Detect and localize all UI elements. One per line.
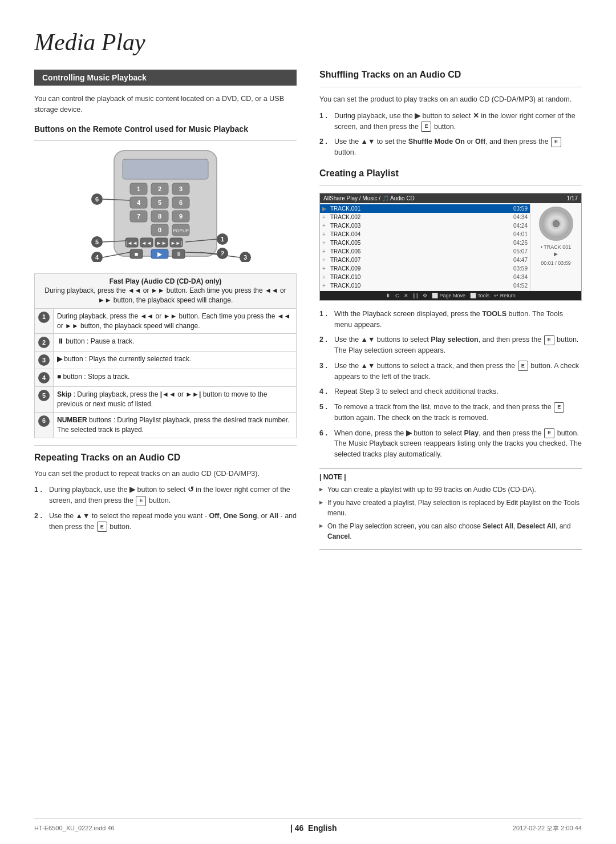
svg-text:1: 1 <box>137 185 140 192</box>
svg-text:3: 3 <box>179 185 183 192</box>
divider-3 <box>319 87 582 87</box>
shuffle-intro: You can set the product to play tracks o… <box>319 94 582 105</box>
btn3-circle: 3 <box>38 354 50 366</box>
note-box: | NOTE | You can create a playlist with … <box>319 468 582 550</box>
playlist-step-1: 1 . With the Playback screen displayed, … <box>319 309 582 330</box>
shuffle-steps-list: 1 . During playback, use the ▶ button to… <box>319 111 582 158</box>
playlist-step-3: 3 . Use the ▲▼ buttons to select a track… <box>319 361 582 382</box>
svg-text:6: 6 <box>179 199 183 206</box>
playlist-track-003: + TRACK.003 04:24 <box>320 221 530 230</box>
playlist-track-005: + TRACK.005 04:26 <box>320 239 530 247</box>
svg-text:POPUP: POPUP <box>173 228 189 233</box>
enter-btn-pl-3: E <box>554 402 564 413</box>
svg-text:9: 9 <box>179 213 183 220</box>
playlist-steps-list: 1 . With the Playback screen displayed, … <box>319 309 582 460</box>
playlist-step-2: 2 . Use the ▲▼ buttons to select Play se… <box>319 334 582 356</box>
note-list: You can create a playlist with up to 99 … <box>319 484 582 542</box>
footer-page-move: ⬜ Page Move <box>432 293 465 298</box>
playlist-header-right: 1/17 <box>567 195 578 201</box>
fast-play-row: Fast Play (Audio CD (CD-DA) only) During… <box>35 273 297 308</box>
footer-icon-c: C <box>395 293 399 298</box>
svg-text:7: 7 <box>137 213 140 220</box>
playlist-step-5: 5 . To remove a track from the list, mov… <box>319 402 582 423</box>
playlist-track-010a: + TRACK.010 04:34 <box>320 273 530 281</box>
enter-btn-shuffle-1: E <box>421 122 431 132</box>
divider-2 <box>34 445 297 446</box>
left-column: Controlling Music Playback You can contr… <box>34 70 297 536</box>
remote-control-heading: Buttons on the Remote Control used for M… <box>34 124 297 134</box>
controlling-intro: You can control the playback of music co… <box>34 94 297 115</box>
playlist-tracks-list: ▶ TRACK.001 03:59 + TRACK.002 04:34 + TR… <box>320 203 530 291</box>
divider-1 <box>34 140 297 141</box>
footer-return: ↩ Return <box>494 293 516 298</box>
svg-text:2: 2 <box>158 185 161 192</box>
enter-btn-pl-1: E <box>544 335 554 345</box>
cd-disc-icon <box>539 207 573 241</box>
svg-text:3: 3 <box>244 254 247 261</box>
btn2-circle: 2 <box>38 337 50 348</box>
btn3-desc: ▶ button : Plays the currently selected … <box>54 352 297 369</box>
cd-hole <box>553 220 560 227</box>
page-footer: HT-E6500_XU_0222.indd 46 | 46 English 20… <box>34 818 582 833</box>
svg-text:6: 6 <box>95 196 99 203</box>
svg-text:8: 8 <box>158 213 161 220</box>
page-container: Media Play Controlling Music Playback Yo… <box>0 0 616 844</box>
note-title: | NOTE | <box>319 473 582 481</box>
note-item-2: If you have created a playlist, Play sel… <box>319 498 582 518</box>
playlist-screen: AllShare Play / Music / 🎵 Audio CD 1/17 … <box>319 193 582 301</box>
footer-icon-x: ✕ <box>404 293 408 298</box>
btn5-desc: Skip : During playback, press the |◄◄ or… <box>54 387 297 413</box>
track-progress: ▶ <box>552 250 560 258</box>
playlist-track-009: + TRACK.009 03:59 <box>320 264 530 273</box>
btn6-circle: 6 <box>38 415 50 427</box>
btn6-desc: NUMBER buttons : During Playlist playbac… <box>54 413 297 438</box>
remote-svg: 1 2 3 4 5 6 7 8 <box>46 148 285 262</box>
playlist-track-002: + TRACK.002 04:34 <box>320 213 530 221</box>
btn1-row: 1 During playback, press the ◄◄ or ►► bu… <box>35 308 297 334</box>
fast-play-desc: During playback, press the ◄◄ or ►► butt… <box>44 286 286 304</box>
note-item-1: You can create a playlist with up to 99 … <box>319 484 582 495</box>
playlist-heading: Creating a Playlist <box>319 168 582 179</box>
enter-btn-icon-2: E <box>97 522 107 532</box>
btn1-circle: 1 <box>38 312 50 323</box>
svg-text:0: 0 <box>158 227 161 233</box>
playlist-header-left: AllShare Play / Music / 🎵 Audio CD <box>323 195 415 201</box>
two-column-layout: Controlling Music Playback You can contr… <box>34 70 582 550</box>
svg-text:2: 2 <box>221 250 224 257</box>
enter-btn-shuffle-2: E <box>551 137 561 147</box>
svg-text:◄◄: ◄◄ <box>141 240 152 246</box>
playlist-track-006: + TRACK.006 05:07 <box>320 247 530 256</box>
repeat-steps-list: 1 . During playback, use the ▶ button to… <box>34 484 297 532</box>
footer-icon-bars: |||| <box>413 293 418 298</box>
button-description-table: Fast Play (Audio CD (CD-DA) only) During… <box>34 273 297 438</box>
playlist-footer: ⏸ C ✕ |||| ⚙ ⬜ Page Move ⬜ Tools ↩ Retur… <box>320 291 581 300</box>
footer-tools: ⬜ Tools <box>470 293 489 298</box>
svg-text:5: 5 <box>95 239 99 245</box>
track-label: • TRACK 001 <box>541 244 572 250</box>
svg-text:⏸: ⏸ <box>176 251 182 257</box>
note-item-3: On the Play selection screen, you can al… <box>319 521 582 542</box>
svg-text:►►|: ►►| <box>171 240 182 246</box>
btn4-circle: 4 <box>38 372 50 383</box>
playlist-right-panel: • TRACK 001 ▶ 00:01 / 03:59 <box>530 203 581 291</box>
btn4-desc: ■ button : Stops a track. <box>54 369 297 387</box>
svg-rect-1 <box>123 159 208 179</box>
btn4-row: 4 ■ button : Stops a track. <box>35 369 297 387</box>
playlist-track-001: ▶ TRACK.001 03:59 <box>320 204 530 213</box>
enter-btn-pl-2: E <box>518 361 528 371</box>
svg-text:4: 4 <box>95 254 99 261</box>
btn2-desc: ⏸ button : Pause a track. <box>54 334 297 352</box>
fast-play-heading: Fast Play (Audio CD (CD-DA) only) <box>110 277 222 285</box>
playlist-body: ▶ TRACK.001 03:59 + TRACK.002 04:34 + TR… <box>320 203 581 291</box>
btn5-row: 5 Skip : During playback, press the |◄◄ … <box>35 387 297 413</box>
btn1-desc: During playback, press the ◄◄ or ►► butt… <box>54 308 297 334</box>
svg-text:4: 4 <box>137 199 141 206</box>
footer-left: HT-E6500_XU_0222.indd 46 <box>34 825 115 831</box>
btn3-row: 3 ▶ button : Plays the currently selecte… <box>35 352 297 369</box>
divider-4 <box>319 185 582 186</box>
svg-text:5: 5 <box>158 199 161 206</box>
shuffle-step-1: 1 . During playback, use the ▶ button to… <box>319 111 582 132</box>
btn6-row: 6 NUMBER buttons : During Playlist playb… <box>35 413 297 438</box>
right-column: Shuffling Tracks on an Audio CD You can … <box>319 70 582 550</box>
page-title: Media Play <box>34 29 582 56</box>
